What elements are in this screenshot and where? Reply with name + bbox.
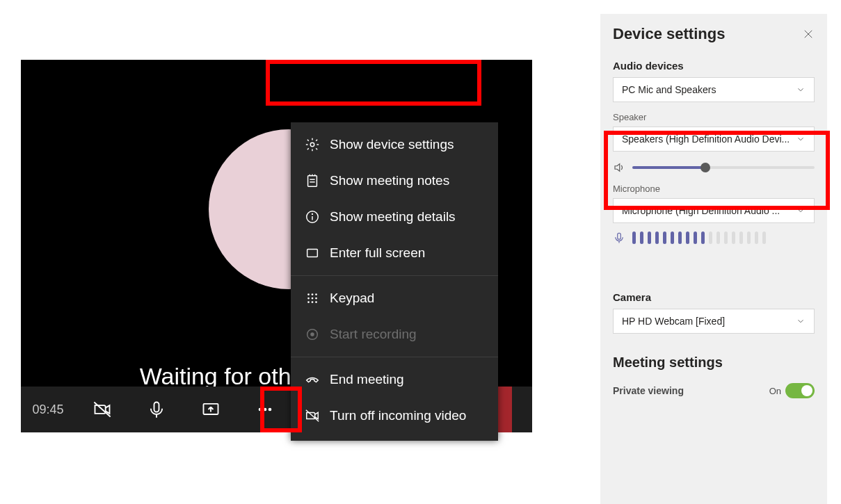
private-viewing-toggle[interactable] <box>785 383 815 398</box>
microphone-icon <box>613 231 625 244</box>
microphone-toggle-button[interactable] <box>129 387 184 432</box>
device-settings-panel: Device settings Audio devices PC Mic and… <box>600 14 827 504</box>
level-tick <box>739 231 743 244</box>
menu-label: Show meeting notes <box>330 173 449 188</box>
level-tick <box>655 231 659 244</box>
svg-point-6 <box>269 408 272 412</box>
audio-device-selected: PC Mic and Speakers <box>622 84 716 95</box>
camera-dropdown[interactable]: HP HD Webcam [Fixed] <box>613 309 815 334</box>
audio-device-dropdown[interactable]: PC Mic and Speakers <box>613 77 815 102</box>
chevron-down-icon <box>796 206 806 216</box>
microphone-level-row <box>613 231 815 244</box>
more-actions-menu: Show device settings Show meeting notes … <box>291 122 498 441</box>
share-screen-button[interactable] <box>184 387 238 432</box>
menu-keypad[interactable]: Keypad <box>291 280 498 316</box>
info-icon <box>305 209 320 225</box>
video-off-icon <box>305 408 320 423</box>
menu-turn-off-incoming-video[interactable]: Turn off incoming video <box>291 398 498 434</box>
menu-enter-full-screen[interactable]: Enter full screen <box>291 235 498 271</box>
svg-point-30 <box>312 301 314 303</box>
endmeeting-icon <box>305 372 320 387</box>
camera-off-icon <box>93 400 112 419</box>
device-settings-title: Device settings <box>613 25 725 43</box>
share-screen-icon <box>201 400 221 419</box>
menu-separator <box>291 275 498 276</box>
svg-point-24 <box>312 293 314 295</box>
level-tick <box>747 231 751 244</box>
level-tick <box>716 231 720 244</box>
svg-point-5 <box>264 408 267 412</box>
svg-line-34 <box>306 410 319 422</box>
svg-point-27 <box>312 298 314 300</box>
svg-point-4 <box>259 408 262 412</box>
private-viewing-label: Private viewing <box>613 385 684 396</box>
svg-rect-37 <box>618 233 621 239</box>
svg-point-29 <box>307 301 310 303</box>
audio-devices-label: Audio devices <box>613 60 815 72</box>
svg-point-23 <box>307 293 310 295</box>
svg-rect-22 <box>307 250 318 257</box>
level-tick <box>671 231 674 244</box>
camera-selected: HP HD Webcam [Fixed] <box>622 316 725 327</box>
private-viewing-toggle-group: On <box>769 383 815 398</box>
svg-point-31 <box>315 301 317 303</box>
more-actions-button[interactable] <box>238 387 292 432</box>
fullscreen-icon <box>305 245 320 261</box>
keypad-icon <box>305 291 320 306</box>
private-viewing-row: Private viewing On <box>613 383 815 403</box>
menu-label: Start recording <box>330 327 417 342</box>
speaker-volume-row <box>613 161 815 174</box>
svg-rect-1 <box>154 403 159 412</box>
svg-point-21 <box>312 213 313 214</box>
private-viewing-state: On <box>769 386 781 396</box>
svg-point-26 <box>307 298 310 300</box>
camera-label: Camera <box>613 291 815 303</box>
chevron-down-icon <box>796 134 806 144</box>
menu-show-meeting-details[interactable]: Show meeting details <box>291 199 498 235</box>
menu-start-recording: Start recording <box>291 316 498 352</box>
level-tick <box>678 231 682 244</box>
microphone-level-meter <box>632 231 766 244</box>
level-tick <box>701 231 705 244</box>
menu-label: End meeting <box>330 372 404 387</box>
panel-header: Device settings <box>613 25 815 43</box>
speaker-volume-slider[interactable] <box>632 166 815 169</box>
speaker-label: Speaker <box>613 112 815 122</box>
microphone-dropdown[interactable]: Microphone (High Definition Audio ... <box>613 198 815 223</box>
meeting-duration: 09:45 <box>21 403 75 417</box>
microphone-icon <box>147 400 166 419</box>
level-tick <box>648 231 651 244</box>
level-tick <box>686 231 689 244</box>
record-icon <box>305 327 320 342</box>
level-tick <box>709 231 712 244</box>
more-icon <box>255 400 275 419</box>
menu-label: Show device settings <box>330 137 454 152</box>
svg-point-25 <box>315 293 317 295</box>
close-icon <box>802 28 815 40</box>
menu-label: Enter full screen <box>330 245 425 261</box>
menu-show-meeting-notes[interactable]: Show meeting notes <box>291 163 498 199</box>
menu-separator <box>291 357 498 357</box>
svg-point-28 <box>315 298 317 300</box>
speaker-dropdown[interactable]: Speakers (High Definition Audio Devi... <box>613 127 815 152</box>
slider-fill <box>632 166 705 169</box>
microphone-selected: Microphone (High Definition Audio ... <box>622 205 780 216</box>
level-tick <box>762 231 766 244</box>
slider-thumb[interactable] <box>700 163 710 172</box>
close-panel-button[interactable] <box>802 28 815 40</box>
level-tick <box>640 231 643 244</box>
level-tick <box>732 231 735 244</box>
menu-label: Turn off incoming video <box>330 408 466 423</box>
level-tick <box>694 231 697 244</box>
chevron-down-icon <box>796 316 806 326</box>
menu-show-device-settings[interactable]: Show device settings <box>291 127 498 163</box>
svg-point-12 <box>310 143 314 147</box>
svg-line-0 <box>94 403 110 417</box>
level-tick <box>663 231 666 244</box>
meeting-window: V Waiting for others to join... 09:45 <box>21 60 532 432</box>
svg-rect-13 <box>308 176 317 187</box>
menu-label: Show meeting details <box>330 209 456 225</box>
microphone-label: Microphone <box>613 184 815 194</box>
menu-end-meeting[interactable]: End meeting <box>291 361 498 398</box>
camera-toggle-button[interactable] <box>75 387 129 432</box>
